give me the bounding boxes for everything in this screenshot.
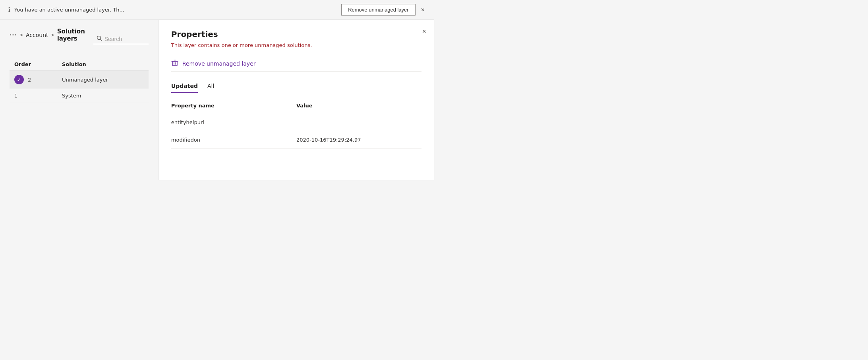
search-input[interactable] bbox=[104, 36, 145, 42]
table-row[interactable]: ✓ 2 Unmanaged layer bbox=[10, 71, 149, 89]
svg-line-1 bbox=[100, 39, 102, 41]
notification-close-button[interactable]: × bbox=[420, 5, 426, 15]
properties-panel: × Properties This layer contains one or … bbox=[159, 20, 434, 180]
selected-check-icon: ✓ bbox=[14, 75, 24, 84]
breadcrumb: ··· > Account > Solution layers bbox=[10, 28, 93, 42]
tabs-container: Updated All bbox=[171, 80, 421, 93]
property-value-1 bbox=[296, 119, 421, 125]
table-row[interactable]: 1 System bbox=[10, 89, 149, 103]
breadcrumb-sep-1: > bbox=[19, 32, 23, 38]
breadcrumb-account[interactable]: Account bbox=[26, 32, 48, 38]
property-name-1: entityhelpurl bbox=[171, 119, 296, 125]
breadcrumb-current: Solution layers bbox=[57, 28, 93, 42]
svg-rect-2 bbox=[172, 61, 177, 66]
tab-updated[interactable]: Updated bbox=[171, 80, 198, 93]
property-row: modifiedon 2020-10-16T19:29:24.97 bbox=[171, 131, 421, 149]
left-panel: ··· > Account > Solution layers bbox=[0, 20, 159, 180]
tab-all[interactable]: All bbox=[207, 80, 214, 93]
notification-bar: ℹ You have an active unmanaged layer. Th… bbox=[0, 0, 434, 20]
properties-table: Property name Value entityhelpurl modifi… bbox=[171, 99, 421, 171]
property-row: entityhelpurl bbox=[171, 114, 421, 131]
notification-text: You have an active unmanaged layer. Th..… bbox=[14, 7, 337, 13]
solution-value-1: Unmanaged layer bbox=[62, 77, 144, 83]
solution-layers-table: Order Solution ✓ 2 Unmanaged layer 1 bbox=[10, 58, 149, 172]
order-value-1: 2 bbox=[28, 77, 31, 83]
col-property-header: Property name bbox=[171, 103, 296, 109]
search-container bbox=[93, 34, 149, 44]
table-header: Order Solution bbox=[10, 58, 149, 71]
panel-subtitle: This layer contains one or more unmanage… bbox=[171, 42, 421, 48]
info-icon: ℹ bbox=[8, 6, 10, 14]
breadcrumb-sep-2: > bbox=[51, 32, 55, 38]
search-icon bbox=[97, 35, 102, 42]
breadcrumb-dots[interactable]: ··· bbox=[10, 32, 17, 38]
remove-unmanaged-layer-button[interactable]: Remove unmanaged layer bbox=[341, 4, 415, 16]
panel-title: Properties bbox=[171, 29, 421, 39]
remove-unmanaged-label: Remove unmanaged layer bbox=[182, 60, 256, 67]
app-container: ℹ You have an active unmanaged layer. Th… bbox=[0, 0, 434, 180]
row-order-1: ✓ 2 bbox=[14, 75, 62, 84]
row-order-2: 1 bbox=[14, 93, 62, 99]
order-value-2: 1 bbox=[14, 93, 17, 99]
col-solution-header: Solution bbox=[62, 61, 144, 67]
panel-close-button[interactable]: × bbox=[422, 28, 426, 35]
remove-unmanaged-action[interactable]: Remove unmanaged layer bbox=[171, 56, 421, 72]
col-order-header: Order bbox=[14, 61, 62, 67]
properties-table-header: Property name Value bbox=[171, 99, 421, 112]
solution-value-2: System bbox=[62, 93, 144, 99]
property-value-2: 2020-10-16T19:29:24.97 bbox=[296, 137, 421, 143]
trash-icon bbox=[171, 59, 178, 68]
col-value-header: Value bbox=[296, 103, 421, 109]
breadcrumb-row: ··· > Account > Solution layers bbox=[10, 28, 149, 50]
property-name-2: modifiedon bbox=[171, 137, 296, 143]
main-content: ··· > Account > Solution layers bbox=[0, 20, 434, 180]
